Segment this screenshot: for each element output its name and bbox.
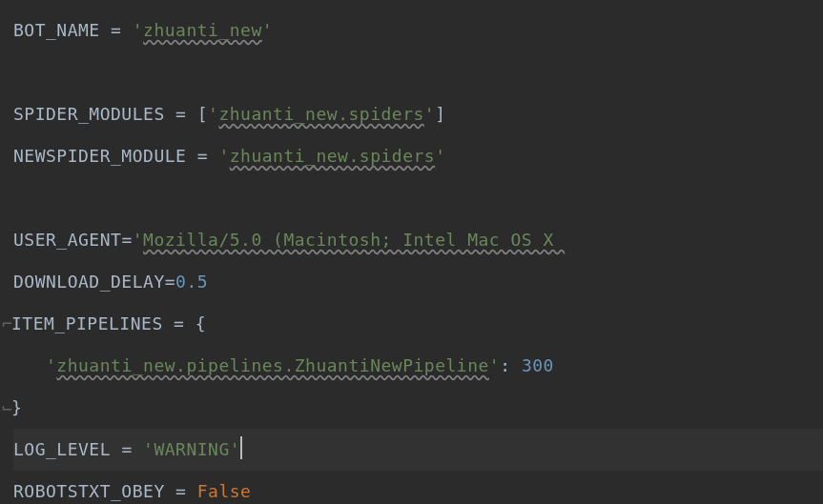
boolean-literal: False [197, 478, 252, 504]
variable-name: LOG_LEVEL [13, 436, 111, 464]
code-line[interactable]: ⌙} [13, 387, 823, 429]
string-quote: ' [489, 353, 500, 380]
string-quote: ' [133, 17, 143, 45]
string-quote: ' [435, 143, 445, 171]
operator-equals: = [165, 269, 175, 296]
variable-name: USER_AGENT [13, 227, 121, 254]
variable-name: ROBOTSTXT_OBEY [13, 478, 165, 504]
code-line[interactable]: NEWSPIDER_MODULE = 'zhuanti_new.spiders' [13, 135, 823, 177]
string-quote: ' [262, 17, 273, 45]
text-cursor [240, 436, 242, 459]
variable-name: NEWSPIDER_MODULE [13, 143, 186, 171]
number-literal: 0.5 [175, 269, 208, 296]
brace-open: { [195, 311, 206, 338]
code-line-blank[interactable] [13, 177, 823, 219]
string-quote: ' [208, 101, 218, 129]
operator-equals: = [121, 227, 132, 254]
code-editor[interactable]: BOT_NAME = 'zhuanti_new' SPIDER_MODULES … [13, 10, 823, 504]
code-line[interactable]: 'zhuanti_new.pipelines.ZhuantiNewPipelin… [13, 345, 823, 387]
operator-equals: = [165, 101, 197, 129]
operator-colon: : [500, 353, 522, 380]
string-quote: ' [143, 436, 154, 464]
string-quote: ' [218, 143, 229, 171]
variable-name: SPIDER_MODULES [13, 101, 165, 129]
operator-equals: = [100, 17, 133, 45]
code-line[interactable]: ROBOTSTXT_OBEY = False [13, 471, 823, 504]
string-value: zhuanti_new.spiders [218, 101, 423, 129]
operator-equals: = [111, 436, 143, 464]
code-line-active[interactable]: LOG_LEVEL = 'WARNING' [13, 429, 823, 471]
gutter-indicator-icon: ⌙ [2, 394, 11, 422]
brace-close: } [11, 394, 22, 422]
variable-name: BOT_NAME [13, 17, 100, 45]
code-line[interactable]: USER_AGENT='Mozilla/5.0 (Macintosh; Inte… [13, 219, 823, 261]
operator-equals: = [186, 143, 218, 171]
string-value: zhuanti_new.pipelines.ZhuantiNewPipeline [56, 353, 488, 380]
code-line[interactable]: DOWNLOAD_DELAY=0.5 [13, 261, 823, 303]
operator-equals: = [165, 478, 197, 504]
string-quote: ' [133, 227, 143, 254]
string-value: zhuanti_new [143, 17, 262, 45]
bracket-open: [ [197, 101, 208, 129]
string-quote: ' [230, 436, 240, 464]
number-literal: 300 [522, 353, 554, 380]
bracket-close: ] [435, 101, 445, 129]
indent [13, 353, 46, 380]
variable-name: ITEM_PIPELINES [11, 311, 163, 338]
code-line-blank[interactable] [13, 51, 823, 93]
operator-equals: = [163, 311, 195, 338]
string-value: WARNING [154, 436, 229, 464]
string-value: Mozilla/5.0 (Macintosh; Intel Mac OS X [143, 227, 565, 254]
variable-name: DOWNLOAD_DELAY [13, 269, 165, 296]
string-quote: ' [424, 101, 435, 129]
code-line[interactable]: ⌐ITEM_PIPELINES = { [13, 303, 823, 345]
string-quote: ' [46, 353, 56, 380]
gutter-indicator-icon: ⌐ [2, 311, 11, 338]
code-line[interactable]: BOT_NAME = 'zhuanti_new' [13, 10, 823, 51]
code-line[interactable]: SPIDER_MODULES = ['zhuanti_new.spiders'] [13, 93, 823, 135]
string-value: zhuanti_new.spiders [230, 143, 435, 171]
